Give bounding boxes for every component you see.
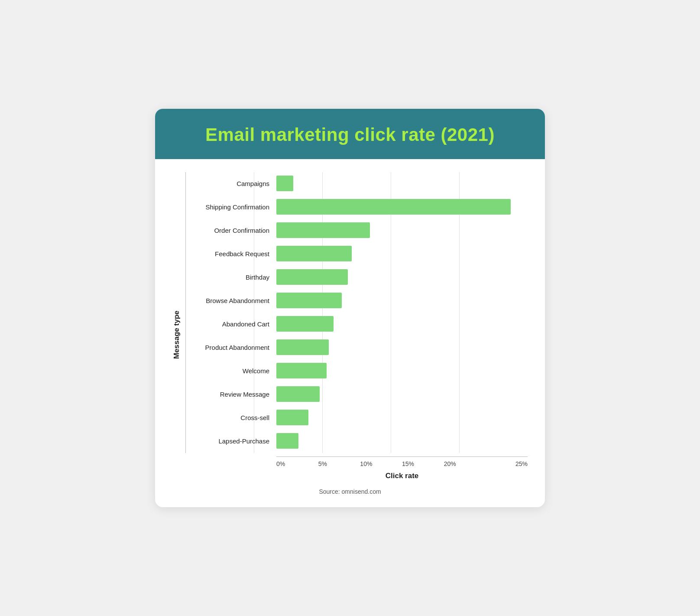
- x-axis-label: Click rate: [276, 472, 528, 480]
- bar-track: [276, 363, 528, 378]
- bar-fill: [276, 222, 370, 238]
- bar-fill: [276, 246, 352, 261]
- chart-inner: CampaignsShipping ConfirmationOrder Conf…: [185, 172, 528, 480]
- x-tick: 10%: [360, 460, 402, 467]
- table-row: Birthday: [185, 266, 528, 288]
- bar-label: Lapsed-Purchase: [185, 437, 276, 445]
- table-row: Order Confirmation: [185, 219, 528, 241]
- table-row: Campaigns: [185, 172, 528, 195]
- table-row: Browse Abandonment: [185, 289, 528, 312]
- x-axis: 0%5%10%15%20%25%: [276, 456, 528, 467]
- chart-container: Message type CampaignsShipping Confirmat…: [172, 172, 528, 480]
- table-row: Abandoned Cart: [185, 313, 528, 335]
- bar-fill: [276, 410, 308, 425]
- bar-fill: [276, 433, 298, 449]
- bar-track: [276, 269, 528, 285]
- table-row: Welcome: [185, 359, 528, 382]
- table-row: Feedback Request: [185, 242, 528, 265]
- x-tick: 15%: [402, 460, 444, 467]
- bar-label: Abandoned Cart: [185, 320, 276, 328]
- bar-track: [276, 386, 528, 402]
- x-tick: 5%: [318, 460, 360, 467]
- bar-track: [276, 339, 528, 355]
- bar-fill: [276, 176, 293, 191]
- bar-rows: CampaignsShipping ConfirmationOrder Conf…: [185, 172, 528, 452]
- bar-label: Review Message: [185, 391, 276, 398]
- bar-label: Browse Abandonment: [185, 297, 276, 304]
- bar-label: Cross-sell: [185, 414, 276, 421]
- y-axis-label: Message type: [172, 172, 181, 480]
- bar-label: Feedback Request: [185, 250, 276, 257]
- bar-label: Campaigns: [185, 180, 276, 187]
- bar-label: Birthday: [185, 274, 276, 281]
- chart-card: Email marketing click rate (2021) Messag…: [155, 109, 545, 507]
- bar-label: Order Confirmation: [185, 227, 276, 234]
- bar-label: Product Abandonment: [185, 344, 276, 351]
- bar-fill: [276, 269, 348, 285]
- x-tick: 0%: [276, 460, 318, 467]
- bar-track: [276, 433, 528, 449]
- chart-title: Email marketing click rate (2021): [172, 124, 528, 145]
- table-row: Review Message: [185, 383, 528, 405]
- bar-track: [276, 293, 528, 308]
- table-row: Product Abandonment: [185, 336, 528, 359]
- bars-area: CampaignsShipping ConfirmationOrder Conf…: [185, 172, 528, 453]
- bar-track: [276, 222, 528, 238]
- chart-body: Message type CampaignsShipping Confirmat…: [155, 159, 545, 507]
- x-tick: 25%: [486, 460, 528, 467]
- chart-header: Email marketing click rate (2021): [155, 109, 545, 159]
- bar-track: [276, 199, 528, 215]
- bar-track: [276, 246, 528, 261]
- bar-track: [276, 176, 528, 191]
- bar-fill: [276, 339, 329, 355]
- bar-fill: [276, 386, 320, 402]
- bar-track: [276, 316, 528, 332]
- table-row: Lapsed-Purchase: [185, 430, 528, 452]
- bar-fill: [276, 316, 334, 332]
- x-tick: 20%: [444, 460, 486, 467]
- source-text: Source: omnisend.com: [172, 488, 528, 499]
- bar-fill: [276, 293, 342, 308]
- bar-fill: [276, 363, 327, 378]
- table-row: Shipping Confirmation: [185, 196, 528, 218]
- table-row: Cross-sell: [185, 406, 528, 429]
- bar-fill: [276, 199, 511, 215]
- bar-label: Welcome: [185, 367, 276, 375]
- bar-track: [276, 410, 528, 425]
- bar-label: Shipping Confirmation: [185, 203, 276, 211]
